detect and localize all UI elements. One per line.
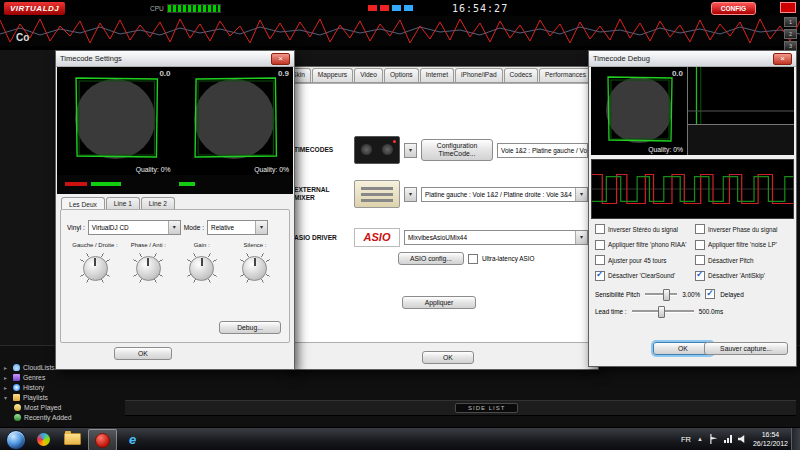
checkbox-45-tours[interactable]: Ajuster pour 45 tours <box>595 255 693 265</box>
tray-date: 26/12/2012 <box>753 439 788 448</box>
debug-button[interactable]: Debug... <box>219 321 281 334</box>
tab-line-2[interactable]: Line 2 <box>141 197 175 209</box>
chevron-down-icon[interactable] <box>255 221 267 234</box>
media-player-taskbar-icon[interactable] <box>30 429 57 449</box>
caret-icon[interactable] <box>4 394 10 401</box>
network-icon[interactable] <box>724 435 732 443</box>
sidebar-item-history[interactable]: History <box>4 382 122 392</box>
scope-right-display: 0.9 Quality: 0% <box>176 67 294 175</box>
debug-dialog-title: Timecode Debug <box>593 54 650 63</box>
tab-iphone-ipad[interactable]: iPhone/iPad <box>455 68 503 82</box>
loop-led-indicators <box>368 5 413 11</box>
close-icon[interactable] <box>773 53 792 65</box>
line-tab-strip: Les Deux Line 1 Line 2 <box>61 197 176 209</box>
virtualdj-taskbar-icon[interactable] <box>88 429 117 450</box>
scope-value: 0.0 <box>159 69 170 78</box>
close-icon[interactable] <box>271 53 290 65</box>
record-indicator-icon[interactable] <box>780 2 796 13</box>
checkbox-filtre-riaa[interactable]: Appliquer filtre 'phono RIAA' <box>595 240 693 250</box>
explorer-taskbar-icon[interactable] <box>59 429 86 449</box>
tab-codecs[interactable]: Codecs <box>504 68 538 82</box>
action-center-icon[interactable] <box>709 434 718 444</box>
chevron-down-icon[interactable] <box>168 221 180 234</box>
oscilloscope-display <box>591 159 794 219</box>
layout-button-2[interactable]: 2 <box>784 29 797 39</box>
pitch-slider[interactable] <box>645 293 677 296</box>
knob-label: Silence : <box>229 242 281 248</box>
vdj-top-bar: VIRTUALDJ CPU 16:54:27 CONFIG 1 2 3 Co <box>0 0 800 50</box>
gain-knob[interactable] <box>189 256 214 281</box>
silence-knob[interactable] <box>242 256 267 281</box>
language-indicator[interactable]: FR <box>681 435 691 444</box>
caret-icon[interactable] <box>4 374 10 381</box>
tab-internet[interactable]: Internet <box>420 68 454 82</box>
timecodes-row: TIMECODES Configuration TimeCode... Voie… <box>294 136 588 164</box>
debug-titlebar[interactable]: Timecode Debug <box>589 51 796 67</box>
scope-quality: Quality: 0% <box>136 166 171 173</box>
settings-titlebar[interactable]: Timecode Settings <box>56 51 294 67</box>
config-button[interactable]: CONFIG <box>711 2 756 15</box>
ultra-latency-checkbox[interactable] <box>468 254 478 264</box>
checkbox-label: Inverser Stéréo du signal <box>608 226 678 233</box>
sidebar-item-most-played[interactable]: Most Played <box>4 402 122 412</box>
volume-icon[interactable] <box>738 435 747 444</box>
checkbox-inverser-phase[interactable]: Inverser Phase du signal <box>695 224 793 234</box>
config-ok-button[interactable]: OK <box>422 351 474 364</box>
slider-thumb[interactable] <box>658 306 665 318</box>
sidebar-item-genres[interactable]: Genres <box>4 372 122 382</box>
internet-explorer-taskbar-icon[interactable] <box>119 429 146 449</box>
tab-les-deux[interactable]: Les Deux <box>61 197 105 209</box>
apply-button[interactable]: Appliquer <box>402 296 476 309</box>
scope-quality: Quality: 0% <box>648 146 683 153</box>
checkbox-inverser-stereo[interactable]: Inverser Stéréo du signal <box>595 224 693 234</box>
show-desktop-button[interactable] <box>791 428 800 450</box>
music-icon <box>13 374 20 381</box>
asio-config-button[interactable]: ASIO config... <box>398 252 464 265</box>
scope-left-display: 0.0 Quality: 0% <box>57 67 175 175</box>
phase-knob[interactable] <box>136 256 161 281</box>
balance-knob[interactable] <box>83 256 108 281</box>
chevron-down-icon[interactable] <box>575 188 587 201</box>
vinyl-select[interactable]: VirtualDJ CD <box>88 220 181 235</box>
mode-select[interactable]: Relative <box>207 220 268 235</box>
start-button[interactable] <box>6 430 26 450</box>
save-capture-button[interactable]: Sauver capture... <box>704 342 788 355</box>
checkbox-desactiver-pitch[interactable]: Désactiver Pitch <box>695 255 793 265</box>
timecode-routing-select[interactable]: Voie 1&2 : Platine gauche / Voie 3&4 : P… <box>497 143 588 158</box>
timecode-source-dropdown[interactable] <box>404 143 417 158</box>
asio-driver-select[interactable]: MixvibesAsioUMix44 <box>404 230 588 245</box>
sidebar-item-playlists[interactable]: Playlists <box>4 392 122 402</box>
knob-ticks <box>131 251 165 285</box>
checkbox-label: Appliquer filtre 'noise LP' <box>708 241 777 248</box>
logo-text-virtual: VIRTUAL <box>10 4 48 13</box>
configuration-timecode-button[interactable]: Configuration TimeCode... <box>421 139 493 161</box>
checkbox-desactiver-clearsound[interactable]: Désactiver 'ClearSound' <box>595 271 693 281</box>
tray-clock[interactable]: 16:54 26/12/2012 <box>753 430 788 449</box>
slider-thumb[interactable] <box>663 289 670 301</box>
tab-performances[interactable]: Performances <box>539 68 592 82</box>
tab-video[interactable]: Video <box>354 68 383 82</box>
caret-icon[interactable] <box>4 364 10 371</box>
mixer-routing-select[interactable]: Platine gauche : Voie 1&2 / Platine droi… <box>421 187 588 202</box>
checkbox-label: Inverser Phase du signal <box>708 226 777 233</box>
chevron-down-icon[interactable] <box>575 231 587 244</box>
delayed-checkbox[interactable] <box>705 289 715 299</box>
checkbox-label: Désactiver Pitch <box>708 257 754 264</box>
lead-time-label: Lead time : <box>595 308 627 315</box>
hidden-icons-chevron[interactable] <box>697 436 703 442</box>
taskbar-icons <box>30 429 146 450</box>
caret-icon[interactable] <box>4 384 10 391</box>
side-list-tab[interactable]: SIDE LIST <box>455 403 518 413</box>
mixer-source-dropdown[interactable] <box>404 187 417 202</box>
tree-label: Genres <box>23 374 45 381</box>
checkbox-filtre-noise-lp[interactable]: Appliquer filtre 'noise LP' <box>695 240 793 250</box>
tab-line-1[interactable]: Line 1 <box>106 197 140 209</box>
sidebar-item-recently-added[interactable]: Recently Added <box>4 412 122 422</box>
checkbox-desactiver-antiskip[interactable]: Désactiver 'AntiSkip' <box>695 271 793 281</box>
lead-time-slider[interactable] <box>632 310 694 313</box>
scope-value: 0.9 <box>278 69 289 78</box>
layout-button-1[interactable]: 1 <box>784 17 797 27</box>
tab-options[interactable]: Options <box>384 68 419 82</box>
settings-ok-button[interactable]: OK <box>114 347 172 360</box>
tab-mappeurs[interactable]: Mappeurs <box>312 68 353 82</box>
